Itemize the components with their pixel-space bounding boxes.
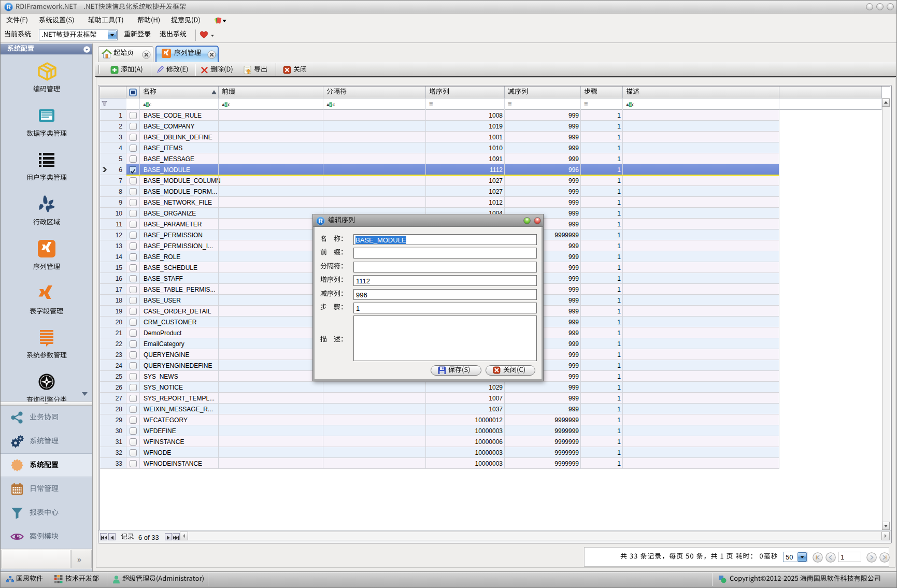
svg-text:C: C <box>632 103 634 107</box>
svg-text:A: A <box>626 103 629 107</box>
svg-text:R: R <box>6 4 11 11</box>
svg-text:R: R <box>318 218 323 225</box>
svg-text:A: A <box>143 103 146 107</box>
svg-text:C: C <box>228 103 230 107</box>
svg-text:C: C <box>149 103 151 107</box>
svg-text:A: A <box>326 103 330 107</box>
svg-text:C: C <box>333 103 335 107</box>
svg-text:A: A <box>222 103 225 107</box>
